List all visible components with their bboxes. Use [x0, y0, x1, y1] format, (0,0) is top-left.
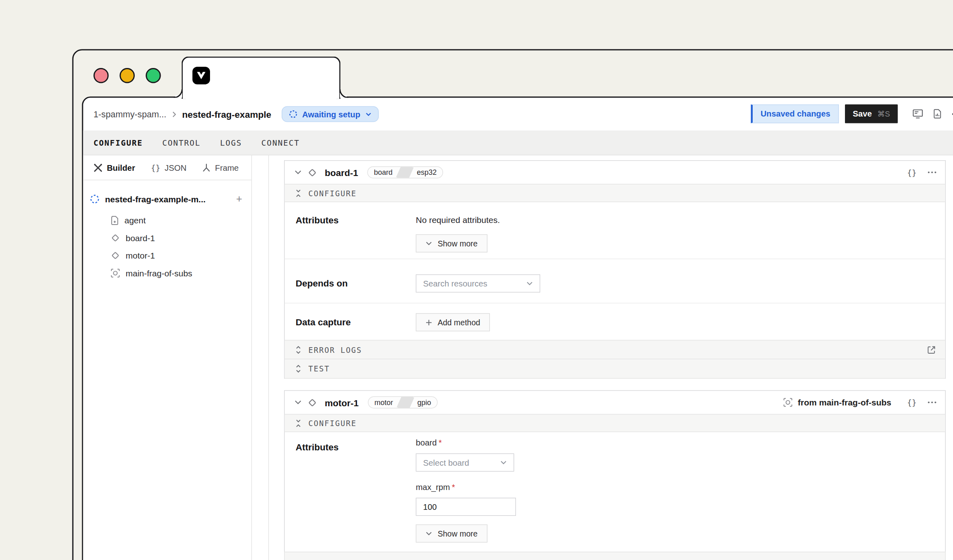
add-method-label: Add method — [438, 318, 480, 327]
motor-card-header: motor-1 motor gpio from main-frag-of-sub… — [285, 391, 945, 414]
json-braces-icon[interactable]: {} — [907, 168, 917, 177]
depends-on-placeholder: Search resources — [423, 279, 526, 288]
collapse-vertical-icon — [295, 189, 302, 197]
braces-icon: {} — [151, 163, 160, 172]
resource-name: motor-1 — [325, 397, 359, 408]
save-button[interactable]: Save ⌘S — [845, 104, 898, 123]
resource-model: gpio — [411, 397, 437, 408]
tree-item-label: board-1 — [126, 233, 155, 242]
more-actions-icon[interactable] — [928, 171, 937, 174]
viam-logo — [193, 67, 210, 85]
error-logs-section-bar[interactable]: ERROR LOGS — [285, 340, 945, 359]
test-label: TEST — [308, 364, 330, 373]
frame-axes-icon — [202, 163, 211, 172]
add-resource-button[interactable]: + — [234, 193, 244, 205]
data-capture-row: Data capture Add method — [285, 303, 945, 340]
fragment-icon — [783, 398, 793, 407]
depends-on-label: Depends on — [296, 274, 416, 303]
chevron-down-icon — [526, 281, 533, 286]
close-window-button[interactable] — [93, 68, 109, 83]
chevron-down-icon — [426, 531, 433, 536]
file-plus-icon — [110, 215, 119, 225]
collapse-chevron-icon[interactable] — [295, 170, 302, 175]
more-actions-icon[interactable] — [928, 401, 937, 404]
diamond-icon — [110, 233, 120, 242]
fragment-origin: from main-frag-of-subs — [783, 398, 891, 407]
save-shortcut: ⌘S — [877, 109, 890, 119]
expand-vertical-icon — [295, 346, 302, 354]
board-select[interactable]: Select board — [416, 454, 514, 472]
nav-tabbar: CONFIGURE CONTROL LOGS CONNECT — [83, 131, 953, 156]
tab-flare-right — [340, 89, 348, 98]
tree-item-label: agent — [125, 215, 146, 225]
unsaved-changes-button[interactable]: Unsaved changes — [751, 104, 839, 123]
chevron-right-icon — [172, 111, 177, 118]
tree-item-motor-1[interactable]: motor-1 — [90, 246, 244, 264]
tools-icon — [93, 163, 103, 172]
json-braces-icon[interactable]: {} — [907, 398, 917, 407]
fragment-origin-label: from main-frag-of-subs — [798, 398, 891, 407]
dashed-circle-status-icon — [289, 110, 297, 119]
attributes-label: Attributes — [296, 438, 416, 543]
motor-attributes-area: Attributes board* Select board max_rpm* — [285, 432, 945, 543]
tree-item-label: main-frag-of-subs — [126, 268, 193, 278]
diamond-icon — [307, 167, 318, 178]
test-section-bar[interactable]: TEST — [285, 359, 945, 379]
configure-section-bar[interactable]: CONFIGURE — [285, 414, 945, 432]
chevron-down-icon — [500, 460, 507, 465]
configure-section-label: CONFIGURE — [308, 418, 357, 428]
diamond-icon — [307, 397, 318, 408]
tree-item-board-1[interactable]: board-1 — [90, 229, 244, 247]
sidebar-view-switcher: Builder {} JSON Frame — [83, 155, 252, 180]
attributes-row: Attributes No required attributes. Show … — [285, 202, 945, 259]
diamond-icon — [110, 250, 120, 260]
page: 1-spammy-spam... nested-frag-example Awa… — [0, 0, 953, 560]
configure-section-label: CONFIGURE — [308, 189, 357, 198]
tab-configure[interactable]: CONFIGURE — [93, 138, 143, 147]
view-frame[interactable]: Frame — [202, 163, 239, 172]
resource-name: board-1 — [325, 167, 359, 178]
show-more-label: Show more — [438, 529, 478, 538]
fragment-icon — [110, 268, 120, 278]
required-asterisk: * — [439, 438, 442, 448]
minimize-window-button[interactable] — [120, 68, 135, 83]
tab-logs[interactable]: LOGS — [220, 138, 242, 147]
chevron-down-icon — [365, 112, 371, 117]
tree-item-label: motor-1 — [126, 250, 155, 260]
add-method-button[interactable]: Add method — [416, 313, 490, 331]
max-rpm-input[interactable] — [416, 498, 516, 516]
browser-tab[interactable] — [182, 57, 341, 99]
error-logs-label: ERROR LOGS — [308, 345, 362, 354]
board-select-placeholder: Select board — [423, 458, 501, 467]
resource-card-board-1: board-1 board esp32 {} CONFIGURE — [284, 160, 946, 379]
tab-connect[interactable]: CONNECT — [261, 138, 300, 147]
tree-item-agent[interactable]: agent — [90, 211, 244, 229]
next-section-bar-clipped — [284, 552, 946, 560]
tab-flare-left — [174, 89, 182, 98]
depends-on-select[interactable]: Search resources — [416, 274, 541, 293]
machine-page-icon[interactable] — [913, 109, 923, 119]
open-external-icon[interactable] — [927, 345, 936, 354]
collapse-chevron-icon[interactable] — [295, 400, 302, 405]
show-more-button[interactable]: Show more — [416, 524, 488, 543]
show-more-button[interactable]: Show more — [416, 234, 488, 252]
plus-icon — [426, 319, 433, 326]
tree-root-label: nested-frag-example-m... — [105, 194, 229, 204]
maximize-window-button[interactable] — [146, 68, 161, 83]
depends-on-row: Depends on Search resources — [285, 259, 945, 304]
chevron-down-icon — [426, 241, 433, 246]
resource-type: board — [368, 167, 399, 178]
tree-root-machine[interactable]: nested-frag-example-m... + — [90, 192, 244, 206]
view-builder[interactable]: Builder — [93, 163, 135, 172]
status-label: Awaiting setup — [302, 110, 361, 119]
tab-control[interactable]: CONTROL — [162, 138, 201, 147]
tree-item-main-frag-of-subs[interactable]: main-frag-of-subs — [90, 264, 244, 282]
machine-status-chip[interactable]: Awaiting setup — [282, 106, 379, 122]
viam-chevron-icon — [196, 71, 207, 81]
resource-model: esp32 — [411, 167, 443, 178]
breadcrumb-parent[interactable]: 1-spammy-spam... — [93, 109, 166, 119]
configure-section-bar[interactable]: CONFIGURE — [285, 184, 945, 202]
file-report-icon[interactable] — [933, 109, 942, 119]
view-json[interactable]: {} JSON — [151, 163, 187, 172]
main-panel-divider — [268, 155, 269, 560]
